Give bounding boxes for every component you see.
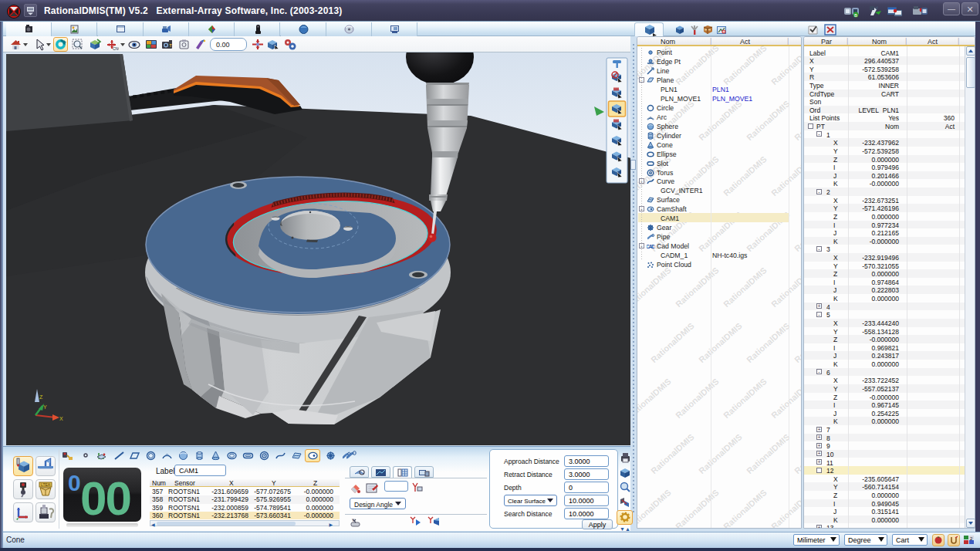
svg-text:Z: Z	[39, 394, 43, 400]
svg-text:X: X	[59, 416, 63, 421]
svg-text:T: T	[170, 43, 172, 48]
svg-text:B: B	[854, 13, 857, 18]
svg-text:CAD: CAD	[647, 244, 654, 249]
svg-text:CNC: CNC	[113, 46, 119, 51]
svg-text:Y: Y	[43, 404, 47, 410]
svg-text:LTEA: LTEA	[41, 482, 51, 487]
